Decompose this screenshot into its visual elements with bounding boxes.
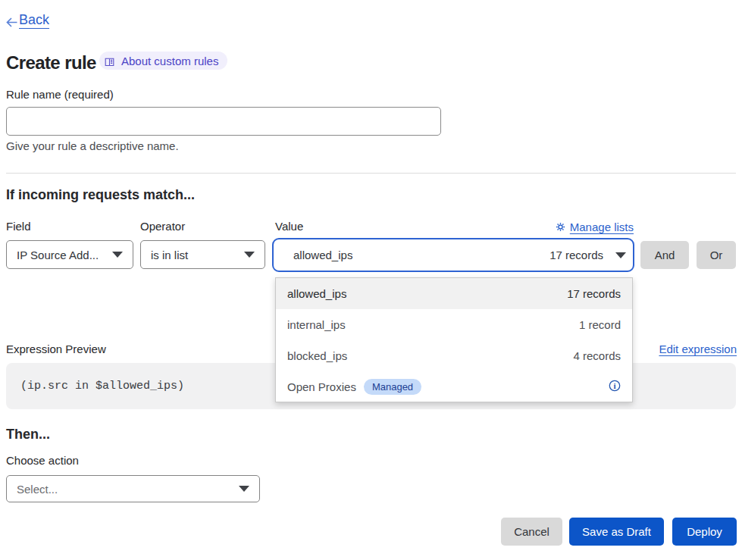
- svg-text:i: i: [613, 381, 615, 390]
